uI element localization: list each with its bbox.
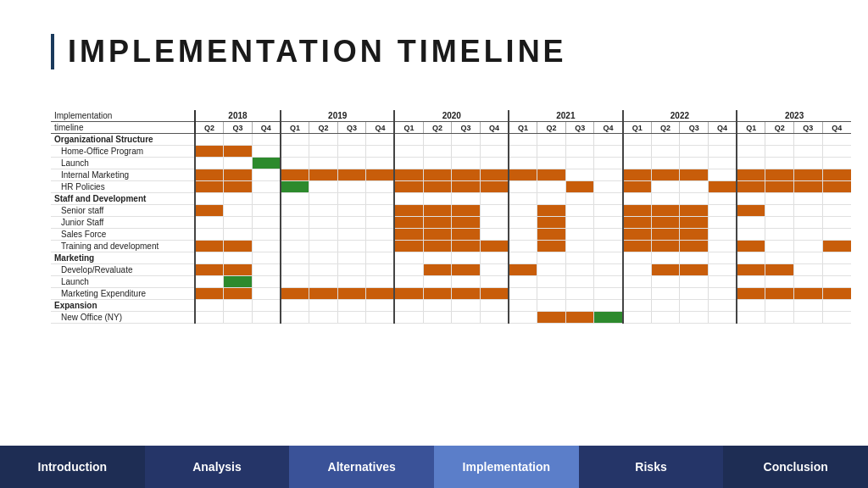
q-2021-q4: Q4 — [594, 122, 623, 134]
org-structure-label: Organizational Structure — [51, 134, 195, 146]
nav-conclusion-label: Conclusion — [764, 460, 828, 474]
q-2022-q1: Q1 — [623, 122, 652, 134]
q-2023-q4: Q4 — [822, 122, 851, 134]
q-2020-q1: Q1 — [394, 122, 423, 134]
sales-force-label: Sales Force — [51, 229, 195, 241]
row-training-dev: Training and development — [51, 241, 851, 252]
bottom-nav: Introduction Analysis Alternatives Imple… — [0, 446, 868, 488]
senior-staff-label: Senior staff — [51, 205, 195, 217]
row-internal-marketing: Internal Marketing — [51, 169, 851, 181]
nav-conclusion[interactable]: Conclusion — [723, 446, 868, 488]
q-2019-q4: Q4 — [366, 122, 395, 134]
year-2023: 2023 — [737, 110, 851, 122]
year-2018: 2018 — [195, 110, 281, 122]
slide: IMPLEMENTATION TIMELINE Implementation 2… — [0, 0, 868, 488]
row-launch-marketing: Launch — [51, 276, 851, 288]
year-2019: 2019 — [281, 110, 395, 122]
launch-org-label: Launch — [51, 158, 195, 169]
timeline-label: timeline — [51, 122, 195, 134]
q-2018-q3: Q3 — [224, 122, 253, 134]
q-2022-q4: Q4 — [709, 122, 737, 134]
junior-staff-label: Junior Staff — [51, 217, 195, 229]
q-2021-q2: Q2 — [537, 122, 566, 134]
impl-label: Implementation — [51, 110, 195, 122]
q-2023-q1: Q1 — [737, 122, 765, 134]
q-2019-q2: Q2 — [309, 122, 338, 134]
nav-alternatives[interactable]: Alternatives — [289, 446, 434, 488]
section-staff-dev: Staff and Development — [51, 193, 851, 205]
row-launch-org: Launch — [51, 158, 851, 169]
q-2022-q2: Q2 — [651, 122, 680, 134]
section-marketing: Marketing — [51, 252, 851, 264]
row-senior-staff: Senior staff — [51, 205, 851, 217]
q-2018-q4: Q4 — [252, 122, 281, 134]
new-office-label: New Office (NY) — [51, 312, 195, 324]
year-header-row: Implementation 2018 2019 2020 2021 2022 … — [51, 110, 851, 122]
nav-implementation[interactable]: Implementation — [434, 446, 579, 488]
page-title: IMPLEMENTATION TIMELINE — [68, 34, 567, 69]
nav-alternatives-label: Alternatives — [328, 460, 396, 474]
q-2020-q3: Q3 — [452, 122, 481, 134]
q-2022-q3: Q3 — [680, 122, 709, 134]
staff-dev-label: Staff and Development — [51, 193, 195, 205]
nav-analysis-label: Analysis — [192, 460, 242, 474]
q-2019-q1: Q1 — [281, 122, 309, 134]
home-office-label: Home-Office Program — [51, 146, 195, 158]
year-2020: 2020 — [394, 110, 509, 122]
row-junior-staff: Junior Staff — [51, 217, 851, 229]
nav-risks[interactable]: Risks — [579, 446, 724, 488]
row-new-office: New Office (NY) — [51, 312, 851, 324]
year-2021: 2021 — [509, 110, 623, 122]
nav-analysis[interactable]: Analysis — [145, 446, 290, 488]
q-2018-q2: Q2 — [195, 122, 224, 134]
develop-revaluate-label: Develop/Revaluate — [51, 264, 195, 276]
training-dev-label: Training and development — [51, 241, 195, 252]
nav-implementation-label: Implementation — [463, 460, 550, 474]
nav-introduction-label: Introduction — [38, 460, 108, 474]
row-home-office: Home-Office Program — [51, 146, 851, 158]
section-expansion: Expansion — [51, 300, 851, 312]
q-2023-q3: Q3 — [793, 122, 822, 134]
q-2021-q1: Q1 — [509, 122, 537, 134]
quarter-header-row: timeline Q2 Q3 Q4 Q1 Q2 Q3 Q4 Q1 Q2 Q3 Q… — [51, 122, 851, 134]
q-2019-q3: Q3 — [337, 122, 366, 134]
year-2022: 2022 — [623, 110, 737, 122]
q-2023-q2: Q2 — [765, 122, 794, 134]
q-2020-q4: Q4 — [480, 122, 509, 134]
row-marketing-expenditure: Marketing Expenditure — [51, 288, 851, 300]
title-area: IMPLEMENTATION TIMELINE — [51, 34, 567, 69]
row-sales-force: Sales Force — [51, 229, 851, 241]
row-hr-policies: HR Policies — [51, 181, 851, 193]
row-develop-revaluate: Develop/Revaluate — [51, 264, 851, 276]
gantt-area: Implementation 2018 2019 2020 2021 2022 … — [51, 110, 851, 324]
marketing-expenditure-label: Marketing Expenditure — [51, 288, 195, 300]
launch-marketing-label: Launch — [51, 276, 195, 288]
nav-risks-label: Risks — [635, 460, 666, 474]
hr-policies-label: HR Policies — [51, 181, 195, 193]
q-2021-q3: Q3 — [565, 122, 594, 134]
expansion-label: Expansion — [51, 300, 195, 312]
internal-marketing-label: Internal Marketing — [51, 169, 195, 181]
nav-introduction[interactable]: Introduction — [0, 446, 145, 488]
q-2020-q2: Q2 — [423, 122, 452, 134]
section-org-structure: Organizational Structure — [51, 134, 851, 146]
marketing-label: Marketing — [51, 252, 195, 264]
